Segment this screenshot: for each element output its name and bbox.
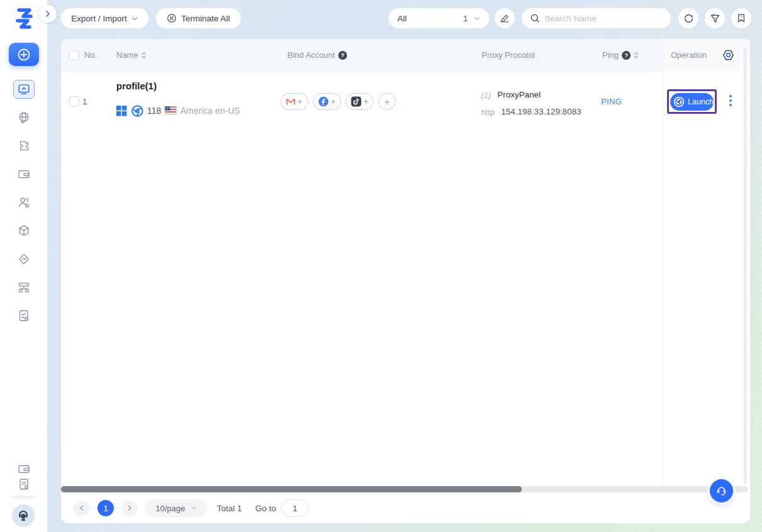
column-settings-icon[interactable]	[722, 48, 735, 62]
profile-name[interactable]: profile(1)	[116, 80, 157, 91]
globe-icon	[17, 111, 31, 125]
header-ping[interactable]: Ping ?	[602, 39, 639, 71]
us-flag-icon	[165, 106, 177, 114]
support-float-button[interactable]	[710, 479, 733, 502]
bookmark-button[interactable]	[731, 8, 751, 28]
puzzle-icon	[17, 139, 31, 153]
horizontal-scrollbar-thumb[interactable]	[61, 486, 522, 492]
sidebar-item-profiles[interactable]	[13, 80, 35, 99]
sidebar-item-operation-log[interactable]	[13, 475, 35, 494]
bind-tiktok-button[interactable]: +	[346, 93, 373, 110]
header-proxy: Proxy Procotol	[482, 39, 535, 71]
row-more-menu[interactable]	[729, 95, 732, 106]
launch-label: Launch	[688, 97, 714, 106]
refresh-icon	[683, 13, 694, 24]
bind-add-button[interactable]: +	[378, 93, 395, 110]
cube-icon	[17, 224, 31, 238]
export-import-label: Export / Import	[71, 14, 127, 23]
pencil-icon	[500, 13, 510, 23]
filter-button[interactable]	[705, 8, 725, 28]
chevron-left-icon	[79, 505, 85, 511]
help-icon[interactable]: ?	[622, 51, 631, 60]
app-logo	[11, 6, 37, 32]
group-filter-select[interactable]: All 1	[389, 8, 489, 28]
sidebar-expand-button[interactable]	[39, 5, 57, 23]
plus-circle-icon	[16, 47, 31, 62]
proxy-protocol: http	[481, 108, 495, 117]
profile-locale: America en-US	[180, 106, 240, 116]
circle-x-icon	[167, 13, 177, 23]
refresh-button[interactable]	[678, 8, 698, 28]
sidebar	[0, 0, 47, 532]
launch-browser-icon	[673, 96, 685, 108]
header-no: No.	[84, 39, 97, 71]
sort-icon[interactable]	[634, 52, 639, 59]
page-1-button[interactable]: 1	[97, 500, 114, 516]
horizontal-scrollbar-track[interactable]	[61, 486, 748, 492]
fixed-column-divider	[663, 39, 664, 486]
chevron-right-icon	[44, 10, 52, 18]
launch-button[interactable]: Launch	[670, 93, 714, 111]
sitemap-icon	[17, 280, 31, 294]
wallet-icon	[17, 167, 31, 181]
proxy-name: ProxyPanel	[497, 90, 541, 99]
table-header: No. Name Bind Account ? Proxy Procotol P…	[61, 39, 750, 71]
next-page-button[interactable]	[121, 500, 138, 516]
headset-user-icon	[16, 509, 30, 523]
facebook-icon	[318, 96, 329, 107]
header-name[interactable]: Name	[116, 39, 146, 71]
row-checkbox[interactable]	[69, 96, 79, 106]
users-icon	[17, 196, 31, 209]
browser-window-icon	[17, 82, 31, 96]
sidebar-item-proxy[interactable]	[13, 108, 35, 127]
search-icon	[530, 13, 540, 23]
windows-icon	[116, 106, 127, 116]
search-field[interactable]	[522, 8, 671, 28]
sidebar-item-team[interactable]	[13, 193, 35, 212]
report-document-icon	[17, 309, 31, 323]
terminate-all-button[interactable]: Terminate All	[156, 8, 241, 28]
bind-gmail-button[interactable]: +	[280, 93, 308, 110]
proxy-address: 154.198.33.129:8083	[501, 107, 582, 116]
sidebar-item-logs[interactable]	[13, 306, 35, 325]
sort-icon[interactable]	[141, 52, 146, 59]
header-bind-account: Bind Account ?	[287, 39, 347, 71]
profile-table-panel: No. Name Bind Account ? Proxy Procotol P…	[61, 39, 750, 523]
chevron-right-icon	[126, 505, 133, 511]
browser-version: 118	[147, 106, 161, 116]
handshake-icon	[17, 252, 31, 266]
bind-facebook-button[interactable]: +	[313, 93, 341, 110]
launch-highlight-box: Launch	[667, 89, 717, 114]
page-size-select[interactable]: 10/page	[145, 499, 207, 517]
terminate-all-label: Terminate All	[181, 14, 229, 23]
plus-label: +	[297, 97, 302, 106]
vertical-scrollbar[interactable]	[744, 48, 747, 484]
chrome-icon	[131, 104, 144, 118]
group-filter-value: All	[397, 14, 407, 23]
ping-link[interactable]: PING	[601, 97, 622, 106]
filter-funnel-icon	[710, 13, 721, 24]
plus-label: +	[363, 97, 368, 106]
tiktok-icon	[351, 96, 362, 107]
plus-label: +	[384, 97, 389, 107]
sidebar-item-deals[interactable]	[13, 250, 35, 269]
chevron-down-icon	[190, 505, 197, 511]
select-all-checkbox[interactable]	[69, 50, 79, 60]
user-avatar[interactable]	[12, 504, 35, 527]
total-count: Total 1	[217, 500, 242, 516]
export-import-button[interactable]: Export / Import	[61, 8, 148, 28]
page-size-value: 10/page	[156, 504, 185, 513]
chevron-down-icon	[473, 15, 480, 22]
help-icon[interactable]: ?	[338, 51, 347, 60]
sidebar-item-wallet[interactable]	[13, 165, 35, 184]
settings-document-icon	[17, 477, 31, 491]
batch-edit-button[interactable]	[495, 8, 515, 28]
create-profile-button[interactable]	[9, 43, 39, 66]
sidebar-item-applications[interactable]	[13, 221, 35, 240]
sidebar-item-group-control[interactable]	[13, 278, 35, 297]
search-input[interactable]	[544, 8, 664, 28]
sidebar-item-extensions[interactable]	[13, 136, 35, 155]
prev-page-button[interactable]	[74, 500, 90, 516]
goto-page-input[interactable]	[281, 499, 309, 517]
group-filter-count: 1	[463, 14, 468, 23]
